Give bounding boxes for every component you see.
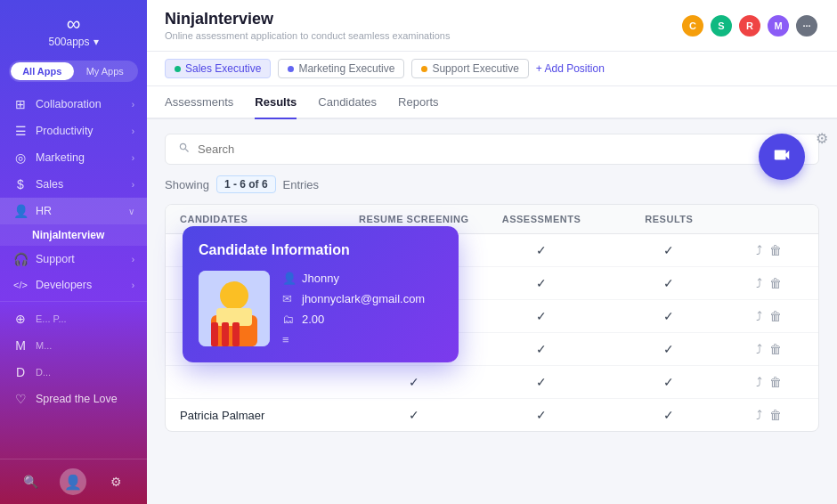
- tab-my-apps[interactable]: My Apps: [74, 62, 137, 80]
- sidebar-item-ninjaInterview[interactable]: NinjaInterview: [0, 224, 147, 246]
- sidebar-item-extra3[interactable]: D D...: [0, 359, 147, 386]
- add-position-button[interactable]: + Add Position: [536, 62, 605, 75]
- avatar-more[interactable]: ···: [794, 13, 819, 38]
- results-check: ✓: [605, 342, 733, 356]
- header: NinjaInterview Online assessment applica…: [147, 0, 837, 52]
- share-button[interactable]: ⤴: [756, 375, 762, 389]
- position-marketing-executive[interactable]: Marketing Executive: [278, 59, 404, 78]
- row-actions: ⤴🗑: [733, 342, 804, 356]
- svg-rect-7: [232, 322, 240, 346]
- avatar-m[interactable]: M: [766, 13, 791, 38]
- app-title: NinjaInterview: [165, 10, 450, 28]
- delete-button[interactable]: 🗑: [769, 408, 782, 422]
- resume-check: ✓: [350, 408, 477, 422]
- row-actions: ⤴🗑: [733, 243, 804, 257]
- gear-icon: ⚙: [110, 475, 122, 489]
- settings-button[interactable]: ⚙: [103, 468, 130, 495]
- sidebar-item-developers[interactable]: </> Developers ›: [0, 272, 147, 297]
- video-call-button[interactable]: [759, 134, 805, 180]
- avatar-s[interactable]: S: [709, 13, 734, 38]
- user-avatars: C S R M ···: [680, 13, 819, 38]
- delete-button[interactable]: 🗑: [769, 375, 782, 389]
- popup-title: Candidate Information: [199, 242, 443, 258]
- checkmark-icon: ✓: [663, 375, 674, 389]
- checkmark-icon: ✓: [536, 243, 547, 257]
- candidate-popup: Candidate Information: [183, 226, 459, 362]
- checkmark-icon: ✓: [663, 243, 674, 257]
- popup-name-row: 👤 Jhonny: [282, 272, 425, 285]
- header-candidates: CANDIDATES: [180, 214, 350, 224]
- sidebar-tab-group: All Apps My Apps: [9, 61, 138, 82]
- brand-label[interactable]: 500apps ▾: [48, 36, 98, 48]
- svg-rect-5: [211, 322, 218, 346]
- marketing-icon: ◎: [12, 150, 28, 165]
- sidebar-logo: ∞ 500apps ▾: [0, 0, 147, 55]
- sidebar-item-support[interactable]: 🎧 Support ›: [0, 246, 147, 272]
- chevron-icon: ›: [132, 255, 134, 264]
- sidebar-item-hr[interactable]: 👤 HR ∨: [0, 198, 147, 224]
- assess-check: ✓: [477, 342, 605, 356]
- avatar-c[interactable]: C: [680, 13, 705, 38]
- content-settings-icon[interactable]: ⚙: [816, 130, 828, 147]
- delete-button[interactable]: 🗑: [769, 243, 782, 257]
- candidate-name-value: Jhonny: [302, 272, 339, 285]
- logo-icon: ∞: [67, 12, 81, 36]
- row-actions: ⤴🗑: [733, 375, 804, 389]
- sidebar-item-collaboration[interactable]: ⊞ Collaboration ›: [0, 91, 147, 118]
- share-button[interactable]: ⤴: [756, 276, 762, 290]
- tab-candidates[interactable]: Candidates: [318, 86, 377, 119]
- chevron-icon: ›: [132, 153, 134, 163]
- candidate-email-value: jhonnyclark@gmail.com: [302, 292, 425, 305]
- sidebar-item-sales[interactable]: $ Sales ›: [0, 171, 147, 198]
- sidebar-item-spread-love[interactable]: ♡ Spread the Love: [0, 386, 147, 412]
- showing-label: Showing: [165, 178, 209, 191]
- avatar-r[interactable]: R: [737, 13, 762, 38]
- share-button[interactable]: ⤴: [756, 309, 762, 323]
- checkmark-icon: ✓: [536, 309, 547, 323]
- checkmark-icon: ✓: [536, 342, 547, 356]
- sidebar-item-marketing[interactable]: ◎ Marketing ›: [0, 144, 147, 171]
- sidebar-footer: 🔍 👤 ⚙: [0, 459, 147, 504]
- popup-info: 👤 Jhonny ✉ jhonnyclark@gmail.com 🗂 2.00 …: [282, 271, 425, 346]
- row-actions: ⤴🗑: [733, 276, 804, 290]
- candidate-score-value: 2.00: [302, 313, 324, 326]
- position-sales-executive[interactable]: Sales Executive: [165, 59, 271, 78]
- resume-check: ✓: [350, 375, 477, 389]
- search-button[interactable]: 🔍: [17, 468, 44, 495]
- svg-rect-6: [222, 322, 229, 346]
- sidebar-item-extra1[interactable]: ⊕ E... P...: [0, 305, 147, 332]
- chevron-icon: ›: [132, 100, 134, 110]
- delete-button[interactable]: 🗑: [769, 276, 782, 290]
- email-icon: ✉: [282, 292, 295, 305]
- delete-button[interactable]: 🗑: [769, 342, 782, 356]
- checkmark-icon: ✓: [536, 276, 547, 290]
- user-avatar[interactable]: 👤: [60, 468, 86, 495]
- share-button[interactable]: ⤴: [756, 243, 762, 257]
- inactive-dot: [421, 66, 427, 72]
- checkmark-icon: ✓: [536, 375, 547, 389]
- person-icon: 👤: [282, 272, 295, 285]
- header-results: RESULTS: [605, 214, 733, 224]
- content-nav-tabs: Assessments Results Candidates Reports: [147, 86, 837, 119]
- showing-bar: Showing 1 - 6 of 6 Entries: [165, 175, 819, 193]
- sidebar-item-productivity[interactable]: ☰ Productivity ›: [0, 118, 147, 144]
- popup-email-row: ✉ jhonnyclark@gmail.com: [282, 292, 425, 305]
- share-button[interactable]: ⤴: [756, 408, 762, 422]
- share-button[interactable]: ⤴: [756, 342, 762, 356]
- heart-icon: ♡: [12, 392, 28, 406]
- collaboration-icon: ⊞: [12, 97, 28, 111]
- position-support-executive[interactable]: Support Executive: [411, 59, 528, 78]
- tab-reports[interactable]: Reports: [398, 86, 439, 119]
- sidebar-item-extra2[interactable]: M M...: [0, 332, 147, 359]
- main-content: NinjaInterview Online assessment applica…: [147, 0, 837, 504]
- delete-button[interactable]: 🗑: [769, 309, 782, 323]
- tab-results[interactable]: Results: [255, 86, 297, 119]
- extra2-icon: M: [12, 338, 28, 353]
- tab-all-apps[interactable]: All Apps: [11, 62, 74, 80]
- tab-assessments[interactable]: Assessments: [165, 86, 233, 119]
- popup-resume-row: ≡: [282, 333, 425, 346]
- showing-badge: 1 - 6 of 6: [216, 175, 276, 193]
- developers-icon: </>: [12, 280, 28, 290]
- chevron-icon: ›: [132, 180, 134, 190]
- search-input[interactable]: [198, 142, 806, 156]
